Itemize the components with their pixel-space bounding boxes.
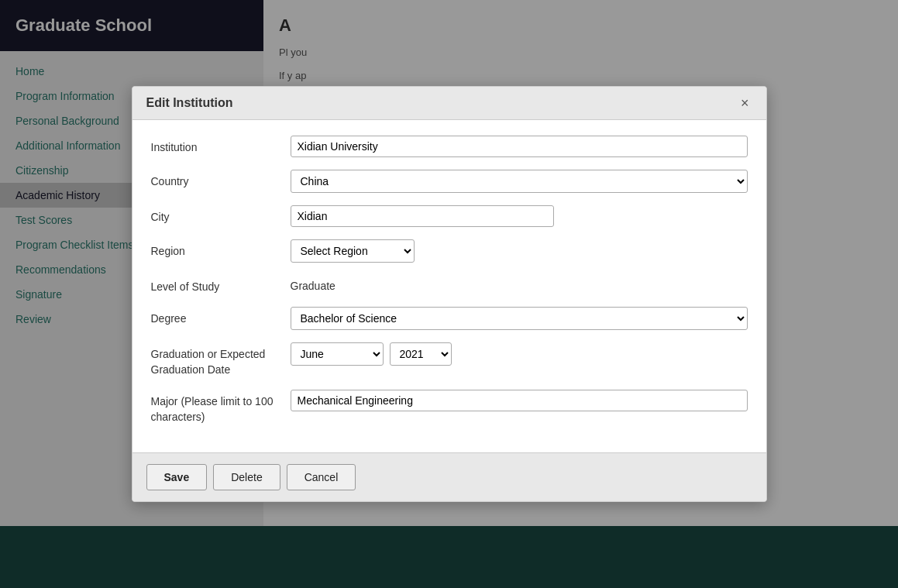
level-of-study-text: Graduate: [291, 275, 748, 292]
major-label: Major (Please limit to 100 characters): [151, 390, 291, 425]
country-select-wrap: ChinaUnited StatesCanadaUnited KingdomAu…: [291, 170, 748, 193]
region-label: Region: [151, 239, 291, 260]
degree-row: Degree Bachelor of ScienceBachelor of Ar…: [151, 307, 748, 330]
graduation-month-select[interactable]: JanuaryFebruaryMarchAprilMayJuneJulyAugu…: [291, 342, 384, 366]
major-input-wrap: [291, 390, 748, 411]
institution-row: Institution: [151, 136, 748, 157]
degree-select-wrap: Bachelor of ScienceBachelor of ArtsMaste…: [291, 307, 748, 330]
region-row: Region Select Region: [151, 239, 748, 263]
institution-input[interactable]: [291, 136, 748, 157]
modal-footer: Save Delete Cancel: [132, 452, 766, 501]
city-input-wrap: [291, 205, 748, 227]
major-input[interactable]: [291, 390, 748, 411]
level-of-study-value-wrap: Graduate: [291, 275, 748, 292]
country-row: Country ChinaUnited StatesCanadaUnited K…: [151, 170, 748, 193]
level-of-study-row: Level of Study Graduate: [151, 275, 748, 295]
delete-button[interactable]: Delete: [213, 464, 280, 490]
city-input[interactable]: [291, 205, 554, 227]
region-select-wrap: Select Region: [291, 239, 748, 263]
graduation-label: Graduation or Expected Graduation Date: [151, 342, 291, 377]
modal-body: Institution Country ChinaUnited StatesCa…: [132, 120, 766, 453]
region-select[interactable]: Select Region: [291, 239, 415, 263]
level-of-study-label: Level of Study: [151, 275, 291, 295]
modal-overlay: Edit Institution × Institution Country C…: [0, 0, 898, 588]
modal-title: Edit Institution: [146, 96, 233, 110]
modal-close-button[interactable]: ×: [738, 96, 752, 110]
degree-select[interactable]: Bachelor of ScienceBachelor of ArtsMaste…: [291, 307, 748, 330]
major-row: Major (Please limit to 100 characters): [151, 390, 748, 425]
institution-input-wrap: [291, 136, 748, 157]
cancel-button[interactable]: Cancel: [287, 464, 356, 490]
city-label: City: [151, 205, 291, 225]
city-row: City: [151, 205, 748, 227]
graduation-year-select[interactable]: 20182019202020212022202320242025: [390, 342, 452, 366]
graduation-selects-wrap: JanuaryFebruaryMarchAprilMayJuneJulyAugu…: [291, 342, 748, 366]
degree-label: Degree: [151, 307, 291, 327]
modal-header: Edit Institution ×: [132, 87, 766, 120]
edit-institution-modal: Edit Institution × Institution Country C…: [132, 86, 767, 503]
graduation-row: Graduation or Expected Graduation Date J…: [151, 342, 748, 377]
save-button[interactable]: Save: [146, 464, 208, 490]
country-select[interactable]: ChinaUnited StatesCanadaUnited KingdomAu…: [291, 170, 748, 193]
institution-label: Institution: [151, 136, 291, 156]
country-label: Country: [151, 170, 291, 190]
